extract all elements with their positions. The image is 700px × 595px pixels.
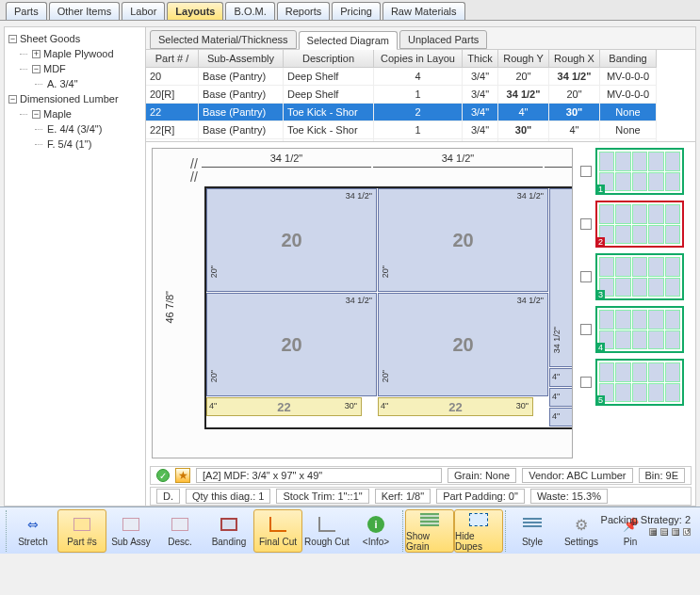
thumbnail-1[interactable]: 1: [595, 148, 684, 195]
thumbnail-4[interactable]: 4: [595, 306, 684, 353]
waste-label: Waste: 15.3%: [530, 489, 608, 504]
packing-opt-icon[interactable]: ▥: [672, 528, 679, 536]
bin-label: Bin: 9E: [639, 468, 685, 483]
col-subassembly[interactable]: Sub-Assembly: [199, 50, 284, 68]
col-thick[interactable]: Thick: [463, 50, 498, 68]
thumbnail-3[interactable]: 3: [595, 253, 684, 300]
part-25[interactable]: 25 4" 18": [549, 388, 573, 407]
col-roughx[interactable]: Rough X: [549, 50, 600, 68]
tree-maple-e[interactable]: E. 4/4 (3/4"): [35, 121, 141, 137]
part-20[interactable]: 20 34 1/2" 20": [206, 188, 377, 292]
favorite-icon[interactable]: ★: [175, 468, 190, 483]
sheet-outline: 20 34 1/2" 20" 20 34 1/2" 20" 20 20" 34 …: [204, 186, 573, 429]
kerf-label: Kerf: 1/8": [375, 489, 431, 504]
col-description[interactable]: Description: [284, 50, 374, 68]
qty-label: Qty this diag.: 1: [186, 489, 270, 504]
top-dimensions: 34 1/2" 34 1/2" 20" 4": [202, 153, 562, 179]
tool-hide-dupes[interactable]: Hide Dupes: [454, 509, 503, 553]
tool-banding[interactable]: Banding: [204, 509, 253, 553]
subtab-selected-material[interactable]: Selected Material/Thickness: [150, 30, 297, 49]
tab-layouts[interactable]: Layouts: [167, 2, 223, 20]
tool-style[interactable]: Style: [508, 509, 557, 553]
packing-opt-icon[interactable]: ▤: [660, 528, 668, 536]
tab-raw-materials[interactable]: Raw Materials: [383, 2, 465, 20]
tree-mdf[interactable]: −MDF: [20, 61, 141, 76]
tool-final-cut[interactable]: Final Cut: [253, 509, 302, 553]
sub-tabs: Selected Material/Thickness Selected Dia…: [146, 27, 695, 50]
thumb-checkbox[interactable]: [580, 377, 592, 388]
grain-label: Grain: None: [448, 468, 516, 483]
tool-info[interactable]: i<Info>: [351, 509, 400, 553]
vendor-label: Vendor: ABC Lumber: [522, 468, 632, 483]
col-part[interactable]: Part # /: [146, 50, 199, 68]
thumbnail-5[interactable]: 5: [595, 359, 684, 406]
part-20[interactable]: 20 34 1/2" 20": [378, 293, 548, 396]
thumb-checkbox[interactable]: [580, 271, 592, 282]
tab-labor[interactable]: Labor: [122, 2, 165, 20]
tool-stretch[interactable]: ⇔Stretch: [8, 509, 57, 553]
part-22[interactable]: 22 4" 30": [206, 397, 362, 416]
tool-rough-cut[interactable]: Rough Cut: [302, 509, 351, 553]
part-22[interactable]: 22 4" 30": [378, 397, 533, 416]
tool-desc[interactable]: Desc.: [155, 509, 204, 553]
tree-dim-lumber[interactable]: −Dimensioned Lumber: [8, 91, 141, 106]
top-tabs: Parts Other Items Labor Layouts B.O.M. R…: [0, 0, 700, 21]
tool-settings[interactable]: ⚙Settings: [557, 509, 606, 553]
col-banding[interactable]: Banding: [600, 50, 657, 68]
tree-maple-plywood[interactable]: +Maple Plywood: [20, 46, 141, 61]
table-row[interactable]: 22[R]Base (Pantry)Toe Kick - Shor13/4"30…: [146, 121, 695, 139]
tab-other-items[interactable]: Other Items: [49, 2, 120, 20]
part-20-rotated[interactable]: 20 20" 34 1/2": [549, 188, 573, 367]
thumb-checkbox[interactable]: [580, 218, 592, 230]
grid-header: Part # / Sub-Assembly Description Copies…: [146, 50, 695, 68]
part-25[interactable]: 25 4" 18": [549, 368, 573, 387]
bottom-toolbar: ⇔Stretch Part #s Sub Assy Desc. Banding …: [0, 507, 700, 554]
col-copies[interactable]: Copies in Layou: [374, 50, 463, 68]
left-dimension: 46 7/8": [156, 186, 194, 448]
tab-bom[interactable]: B.O.M.: [225, 2, 274, 20]
packing-opt-icon[interactable]: ↺: [683, 528, 691, 536]
status-row-1: ✓ ★ [A2] MDF: 3/4" x 97" x 49" Grain: No…: [150, 466, 692, 485]
sheet-label: [A2] MDF: 3/4" x 97" x 49": [196, 468, 442, 483]
layout-thumbnails: 1 2 3 4 5: [578, 148, 690, 458]
part-20[interactable]: 20 34 1/2" 20": [378, 188, 548, 292]
subtab-selected-diagram[interactable]: Selected Diagram: [299, 31, 398, 50]
trim-label: Stock Trim: 1"::1": [276, 489, 368, 504]
d-label: D.: [156, 489, 180, 504]
col-roughy[interactable]: Rough Y: [498, 50, 549, 68]
material-tree: −Sheet Goods +Maple Plywood −MDF A. 3/4"…: [5, 27, 146, 506]
table-row[interactable]: 22Base (Pantry)Toe Kick - Shor23/4"4"30"…: [146, 104, 695, 121]
thumb-checkbox[interactable]: [580, 324, 592, 335]
pad-label: Part Padding: 0": [436, 489, 525, 504]
packing-opt-icon[interactable]: ▦: [649, 528, 657, 536]
status-row-2: D. Qty this diag.: 1 Stock Trim: 1"::1" …: [150, 487, 692, 506]
tool-sub-assy[interactable]: Sub Assy: [106, 509, 155, 553]
table-row[interactable]: 20[R]Base (Pantry)Deep Shelf13/4"34 1/2"…: [146, 86, 695, 104]
tree-maple[interactable]: −Maple: [20, 106, 141, 121]
part-20[interactable]: 20 34 1/2" 20": [206, 293, 377, 396]
thumbnail-2[interactable]: 2: [595, 201, 684, 248]
packing-strategy-label: Packing Strategy: 2: [601, 514, 691, 525]
layout-diagram[interactable]: // // 34 1/2" 34 1/2" 20" 4" 46 7/8" 20 …: [152, 148, 573, 458]
tool-show-grain[interactable]: Show Grain: [405, 509, 454, 553]
tab-pricing[interactable]: Pricing: [332, 2, 381, 20]
thumb-checkbox[interactable]: [580, 166, 592, 177]
subtab-unplaced-parts[interactable]: Unplaced Parts: [399, 30, 487, 49]
part-25[interactable]: 25 4" 18": [549, 408, 573, 426]
table-row[interactable]: 20Base (Pantry)Deep Shelf43/4"20"34 1/2"…: [146, 68, 695, 86]
parts-grid: Part # / Sub-Assembly Description Copies…: [146, 50, 695, 142]
tree-mdf-a[interactable]: A. 3/4": [35, 76, 141, 91]
tree-sheet-goods[interactable]: −Sheet Goods: [8, 31, 141, 46]
tool-part-numbers[interactable]: Part #s: [57, 509, 106, 553]
tree-maple-f[interactable]: F. 5/4 (1"): [35, 137, 141, 152]
tab-reports[interactable]: Reports: [277, 2, 331, 20]
status-ok-icon: ✓: [156, 469, 170, 482]
tab-parts[interactable]: Parts: [6, 2, 47, 20]
